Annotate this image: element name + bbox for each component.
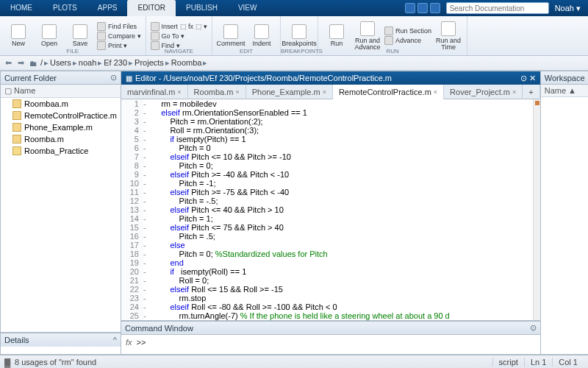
- workspace-columns[interactable]: Name ▲Value: [541, 85, 588, 97]
- insert-button[interactable]: Insert ⬚ fx ⬚ ▾: [151, 22, 208, 31]
- code-line[interactable]: 9- elseif Pitch >= -40 && Pitch < -10: [121, 170, 540, 179]
- code-line[interactable]: 25- rm.turnAngle(-7) % If the phone is h…: [121, 311, 540, 320]
- code-line[interactable]: 3- Pitch = rm.Orientation(:2);: [121, 117, 540, 126]
- path-segment[interactable]: Roomba: [171, 58, 202, 67]
- code-line[interactable]: 13- elseif Pitch <= 40 && Pitch > 10: [121, 205, 540, 214]
- path-segment[interactable]: noah: [79, 58, 96, 67]
- editor-tab[interactable]: marvinfinal.m ×: [121, 85, 188, 99]
- cmd-menu-icon[interactable]: ⊙: [530, 323, 537, 333]
- code-line[interactable]: 8- Pitch = 0;: [121, 161, 540, 170]
- code-line[interactable]: 16- Pitch = .5;: [121, 232, 540, 241]
- status-busy-icon: ▓: [4, 358, 10, 367]
- editor-tab[interactable]: RemoteControlPractice.m ×: [333, 85, 444, 99]
- code-line[interactable]: 23- rm.stop: [121, 294, 540, 302]
- main-tab-plots[interactable]: PLOTS: [43, 0, 87, 16]
- workspace-header: Workspace⊙: [541, 71, 588, 85]
- code-line[interactable]: 21- Roll = 0;: [121, 276, 540, 285]
- folder-item[interactable]: Roombaa.m: [1, 98, 121, 110]
- folder-icon[interactable]: 🖿: [28, 59, 38, 68]
- code-line[interactable]: 10- Pitch = -1;: [121, 179, 540, 188]
- code-line[interactable]: 14- Pitch = 1;: [121, 214, 540, 223]
- nav-fwd-icon[interactable]: ➡: [15, 58, 26, 68]
- title-bar: HOMEPLOTSAPPSEDITORPUBLISHVIEW Noah ▾: [0, 0, 588, 16]
- main-tab-view[interactable]: VIEW: [228, 0, 268, 16]
- code-line[interactable]: 20- if isempty(Roll) == 1: [121, 267, 540, 276]
- main-tab-publish[interactable]: PUBLISH: [176, 0, 228, 16]
- code-line[interactable]: 18- Pitch = 0; %Standardized values for …: [121, 250, 540, 258]
- editor-header: ▦ Editor - /Users/noah/Ef 230/Projects/R…: [121, 71, 540, 85]
- new-tab-button[interactable]: +: [523, 85, 539, 99]
- ribbon: NewOpenSaveFind FilesCompare ▾Print ▾FIL…: [0, 16, 588, 56]
- code-line[interactable]: 22- elseif Roll <= 15 && Roll >= -15: [121, 285, 540, 294]
- folder-item[interactable]: Roomba.m: [1, 133, 121, 145]
- path-segment[interactable]: Ef 230: [104, 58, 127, 67]
- code-line[interactable]: 24- elseif Roll <= -80 && Roll >= -100 &…: [121, 302, 540, 311]
- find-button[interactable]: Find Files: [97, 22, 141, 31]
- folder-item[interactable]: Phone_Example.m: [1, 121, 121, 133]
- path-segment[interactable]: Users: [50, 58, 71, 67]
- status-bar: ▓ 8 usages of "rm" found script Ln 1 Col…: [0, 355, 588, 368]
- command-prompt[interactable]: fx >>: [121, 335, 540, 354]
- code-editor[interactable]: 1- rm = mobiledev2- elseif rm.Orientatio…: [121, 99, 540, 320]
- main-tabs: HOMEPLOTSAPPSEDITORPUBLISHVIEW: [0, 0, 267, 16]
- code-line[interactable]: 1- rm = mobiledev: [121, 99, 540, 108]
- main-tab-editor[interactable]: EDITOR: [127, 0, 176, 16]
- nav-back-icon[interactable]: ⬅: [3, 58, 13, 68]
- current-folder-header: Current Folder⊙: [1, 71, 121, 85]
- code-line[interactable]: 2- elseif rm.OrientationSensorEnabled ==…: [121, 108, 540, 117]
- main-tab-apps[interactable]: APPS: [87, 0, 128, 16]
- code-line[interactable]: 4- Roll = rm.Orientation(:3);: [121, 126, 540, 135]
- quick-access-icons[interactable]: [402, 3, 443, 13]
- main-tab-home[interactable]: HOME: [0, 0, 43, 16]
- code-line[interactable]: 12- Pitch = -.5;: [121, 197, 540, 205]
- advance-button[interactable]: Advance: [384, 36, 431, 45]
- code-line[interactable]: 7- elseif Pitch <= 10 && Pitch >= -10: [121, 152, 540, 161]
- path-segment[interactable]: Projects: [135, 58, 164, 67]
- details-expand-icon[interactable]: ^: [113, 336, 117, 344]
- status-col: Col 1: [552, 358, 584, 367]
- folder-list: ▢ Name Roombaa.mRemoteControlPractice.mP…: [1, 85, 121, 332]
- path-bar: ⬅ ➡ 🖿 /▸Users▸noah▸Ef 230▸Projects▸Roomb…: [0, 56, 588, 71]
- folder-item[interactable]: Roomba_Practice: [1, 145, 121, 157]
- compare-button[interactable]: Compare ▾: [97, 32, 141, 40]
- editor-menu-icon[interactable]: ⊙ ✕: [520, 74, 536, 83]
- folder-item[interactable]: RemoteControlPractice.m: [1, 110, 121, 121]
- editor-tab[interactable]: Rover_Project.m ×: [444, 85, 523, 99]
- status-mode: script: [492, 358, 524, 367]
- go-button[interactable]: Go To ▾: [151, 32, 208, 40]
- editor-tabs: marvinfinal.m ×Roomba.m ×Phone_Example.m…: [121, 85, 540, 99]
- status-message: 8 usages of "rm" found: [15, 358, 96, 367]
- editor-tab[interactable]: Phone_Example.m ×: [246, 85, 333, 99]
- editor-tab[interactable]: Roomba.m ×: [188, 85, 246, 99]
- details-panel: Details^: [0, 333, 121, 355]
- command-window-header: Command Window⊙: [121, 322, 540, 335]
- status-line: Ln 1: [524, 358, 552, 367]
- user-menu[interactable]: Noah ▾: [552, 4, 584, 13]
- code-line[interactable]: 19- end: [121, 258, 540, 267]
- code-line[interactable]: 6- Pitch = 0: [121, 144, 540, 152]
- search-input[interactable]: [446, 2, 549, 14]
- code-line[interactable]: 17- else: [121, 241, 540, 250]
- code-line[interactable]: 15- elseif Pitch <= 75 && Pitch > 40: [121, 223, 540, 232]
- code-line[interactable]: 11- elseif Pitch >= -75 && Pitch < -40: [121, 188, 540, 197]
- code-line[interactable]: 5- if isempty(Pitch) == 1: [121, 135, 540, 144]
- panel-menu-icon[interactable]: ⊙: [110, 73, 117, 82]
- folder-col-name[interactable]: ▢ Name: [1, 85, 121, 98]
- run-button[interactable]: Run Section: [384, 26, 431, 35]
